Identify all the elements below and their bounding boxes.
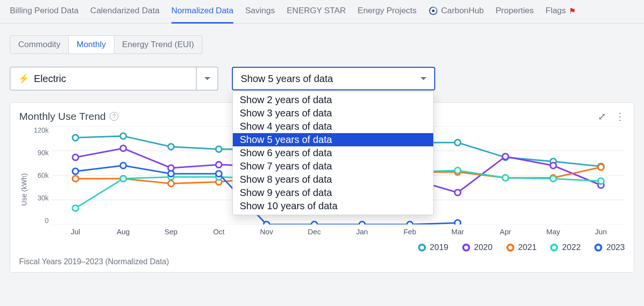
legend-label: 2019 (430, 243, 448, 252)
svg-point-53 (550, 176, 556, 182)
legend-item[interactable]: 2021 (506, 243, 537, 252)
help-icon[interactable]: ? (110, 112, 118, 121)
top-tab-bar: Billing Period Data Calendarized Data No… (0, 0, 644, 24)
kebab-icon[interactable]: ⋮ (615, 111, 625, 122)
legend-swatch (462, 244, 470, 251)
years-dropdown: Show 2 years of dataShow 3 years of data… (232, 91, 434, 215)
commodity-select[interactable]: ⚡ Electric (10, 67, 218, 90)
svg-point-10 (216, 146, 222, 152)
tab-energy-star[interactable]: ENERGY STAR (287, 0, 346, 24)
svg-point-20 (120, 145, 126, 151)
carbonhub-icon (428, 6, 438, 16)
x-tick: Mar (434, 227, 481, 236)
svg-point-55 (73, 168, 79, 174)
legend-item[interactable]: 2022 (550, 243, 581, 252)
years-option[interactable]: Show 7 years of data (233, 160, 433, 173)
legend-label: 2022 (562, 243, 581, 252)
y-tick: 120k (34, 126, 49, 134)
x-tick: Dec (290, 227, 338, 236)
years-option[interactable]: Show 5 years of data (233, 133, 433, 146)
svg-point-7 (73, 135, 79, 140)
x-tick: Jul (52, 227, 99, 236)
tab-normalized[interactable]: Normalized Data (171, 0, 234, 24)
legend-label: 2021 (518, 243, 537, 252)
tab-properties[interactable]: Properties (496, 0, 533, 24)
svg-point-42 (598, 164, 604, 170)
expand-icon[interactable]: ⤢ (598, 111, 606, 122)
tab-flags[interactable]: Flags ⚑ (546, 0, 576, 24)
tab-calendarized[interactable]: Calendarized Data (90, 0, 160, 24)
tab-savings[interactable]: Savings (245, 0, 275, 24)
y-tick: 30k (37, 194, 49, 202)
legend-item[interactable]: 2023 (594, 243, 625, 252)
selector-row: ⚡ Electric Show 5 years of data Show 2 y… (0, 54, 644, 90)
years-option[interactable]: Show 3 years of data (233, 107, 433, 120)
commodity-select-label: Electric (34, 73, 66, 84)
svg-point-58 (216, 171, 222, 177)
x-tick: Sep (147, 227, 195, 236)
x-tick: Feb (386, 227, 434, 236)
x-tick: Apr (481, 227, 529, 236)
commodity-select-caret[interactable] (196, 67, 218, 90)
tab-flags-label: Flags (546, 6, 566, 16)
chart-title: Monthly Use Trend (19, 111, 106, 122)
years-option[interactable]: Show 4 years of data (233, 120, 433, 133)
years-option[interactable]: Show 9 years of data (233, 186, 433, 199)
years-option[interactable]: Show 10 years of data (233, 199, 433, 213)
years-option[interactable]: Show 6 years of data (233, 146, 433, 160)
svg-point-54 (598, 178, 604, 184)
svg-point-61 (359, 222, 365, 224)
svg-point-31 (73, 176, 79, 182)
legend-swatch (550, 244, 558, 251)
svg-point-43 (73, 205, 79, 211)
svg-point-63 (455, 220, 461, 224)
svg-point-33 (168, 181, 174, 187)
chart-title-wrap: Monthly Use Trend ? (19, 111, 118, 122)
x-tick: Jan (338, 227, 386, 236)
svg-point-51 (455, 167, 461, 173)
bolt-icon: ⚡ (18, 73, 29, 84)
svg-point-44 (120, 176, 126, 182)
sub-tab-bar: Commodity Monthly Energy Trend (EUI) (0, 24, 644, 54)
svg-point-52 (503, 175, 508, 181)
legend-item[interactable]: 2019 (418, 243, 448, 252)
years-option[interactable]: Show 2 years of data (233, 93, 433, 107)
legend-label: 2023 (606, 243, 625, 252)
chevron-down-icon (420, 77, 426, 80)
svg-point-1 (432, 10, 435, 12)
svg-point-27 (455, 190, 461, 195)
svg-point-9 (168, 144, 174, 150)
svg-point-15 (455, 139, 461, 145)
flag-icon: ⚑ (569, 6, 576, 16)
svg-point-29 (550, 163, 556, 168)
x-tick: May (530, 227, 577, 236)
subtab-eui[interactable]: Energy Trend (EUI) (114, 35, 202, 54)
legend-item[interactable]: 2020 (462, 243, 493, 252)
svg-point-57 (168, 171, 174, 177)
tab-billing-period[interactable]: Billing Period Data (10, 0, 79, 24)
tab-energy-projects[interactable]: Energy Projects (358, 0, 417, 24)
years-select-label: Show 5 years of data (241, 73, 333, 84)
svg-point-28 (503, 154, 508, 160)
svg-point-22 (216, 162, 222, 167)
legend-swatch (418, 244, 426, 251)
y-tick: 90k (37, 149, 49, 157)
tab-carbonhub[interactable]: CarbonHub (428, 0, 484, 24)
x-tick: Jun (577, 227, 625, 236)
years-option[interactable]: Show 8 years of data (233, 173, 433, 186)
y-tick: 0 (45, 217, 49, 224)
x-tick: Oct (195, 227, 243, 236)
subtab-monthly[interactable]: Monthly (68, 35, 114, 54)
legend-swatch (594, 244, 602, 251)
svg-point-19 (73, 154, 79, 160)
years-select[interactable]: Show 5 years of data Show 2 years of dat… (232, 67, 435, 90)
svg-point-60 (311, 222, 317, 224)
x-tick: Nov (243, 227, 290, 236)
subtab-commodity[interactable]: Commodity (10, 35, 69, 54)
legend-label: 2020 (474, 243, 493, 252)
y-tick: 60k (37, 171, 49, 179)
commodity-select-display[interactable]: ⚡ Electric (10, 67, 196, 90)
svg-point-8 (120, 133, 126, 139)
y-axis-label: Use (kWh) (19, 126, 29, 252)
x-axis-ticks: JulAugSepOctNovDecJanFebMarAprMayJun (52, 227, 625, 236)
